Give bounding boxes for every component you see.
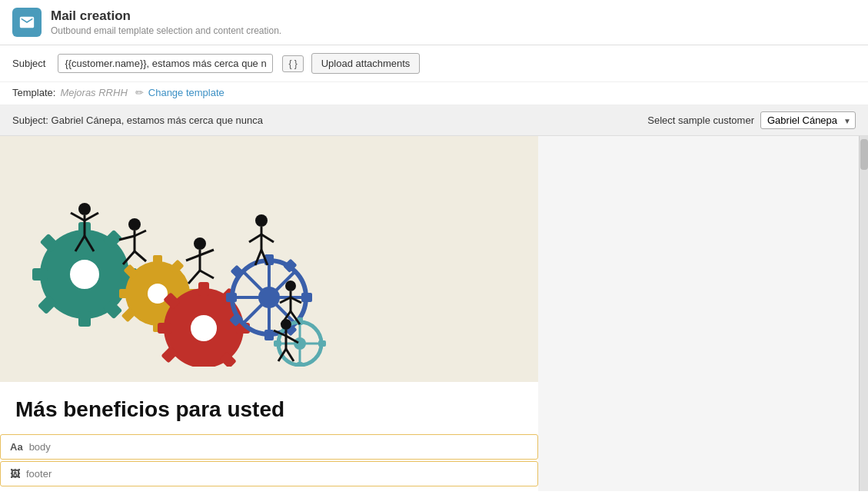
email-body: Más beneficios para usted Aa body 🖼 foot… — [0, 136, 538, 491]
email-content-wrapper: Más beneficios para usted Aa body 🖼 foot… — [0, 136, 868, 491]
svg-point-2 — [69, 259, 100, 290]
page-subtitle: Outbound email template selection and co… — [51, 25, 281, 36]
app-icon — [12, 8, 42, 37]
svg-point-77 — [285, 281, 296, 291]
template-label: Template: — [12, 87, 55, 98]
page-title: Mail creation — [51, 8, 281, 24]
preview-header: Subject: Gabriel Cánepa, estamos más cer… — [0, 105, 868, 136]
svg-point-83 — [281, 319, 291, 330]
svg-rect-51 — [318, 340, 326, 347]
svg-point-59 — [128, 218, 141, 231]
sample-customer-row: Select sample customer Gabriel Cánepa — [647, 111, 856, 129]
svg-rect-39 — [301, 293, 312, 302]
svg-rect-13 — [153, 255, 162, 267]
template-name: Mejoras RRHH — [60, 87, 127, 98]
body-block[interactable]: Aa body — [0, 434, 538, 460]
footer-block[interactable]: 🖼 footer — [0, 461, 538, 486]
body-block-icon: Aa — [10, 441, 23, 453]
svg-rect-50 — [297, 362, 303, 367]
svg-rect-23 — [198, 282, 209, 296]
change-template-link[interactable]: Change template — [148, 87, 224, 98]
svg-rect-52 — [274, 340, 281, 347]
preview-subject: Subject: Gabriel Cánepa, estamos más cer… — [12, 115, 263, 126]
mail-icon — [18, 14, 35, 31]
customer-dropdown-wrapper[interactable]: Gabriel Cánepa — [760, 111, 856, 129]
svg-point-71 — [255, 214, 268, 227]
app-header: Mail creation Outbound email template se… — [0, 0, 868, 45]
footer-block-label: footer — [26, 468, 52, 480]
footer-block-icon: 🖼 — [10, 468, 20, 480]
upload-attachments-button[interactable]: Upload attachments — [311, 53, 421, 74]
toolbar: Subject { } Upload attachments — [0, 45, 868, 82]
svg-rect-4 — [78, 311, 91, 327]
sample-customer-label: Select sample customer — [647, 115, 754, 126]
gears-illustration — [15, 151, 338, 367]
email-content[interactable]: Más beneficios para usted Aa body 🖼 foot… — [0, 136, 859, 491]
blocks-container: Aa body 🖼 footer — [0, 430, 538, 491]
svg-point-65 — [194, 237, 206, 250]
email-heading: Más beneficios para usted — [0, 382, 538, 430]
svg-point-53 — [78, 203, 91, 215]
svg-point-22 — [190, 314, 218, 342]
template-row: Template: Mejoras RRHH ✏ Change template — [0, 82, 868, 105]
customer-dropdown[interactable]: Gabriel Cánepa — [760, 111, 856, 129]
svg-rect-38 — [264, 330, 274, 340]
svg-rect-6 — [32, 268, 48, 281]
edit-icon: ✏ — [135, 87, 144, 98]
scrollbar-track[interactable] — [859, 136, 868, 491]
subject-label: Subject — [12, 58, 45, 69]
header-text-block: Mail creation Outbound email template se… — [51, 8, 281, 36]
body-block-label: body — [29, 441, 51, 453]
svg-rect-26 — [158, 323, 171, 334]
email-image-section — [0, 136, 538, 382]
subject-input[interactable] — [58, 54, 273, 73]
braces-button[interactable]: { } — [282, 55, 303, 72]
svg-rect-16 — [119, 289, 131, 298]
scrollbar-thumb[interactable] — [860, 139, 868, 170]
svg-rect-24 — [198, 360, 209, 367]
svg-rect-40 — [226, 293, 237, 302]
